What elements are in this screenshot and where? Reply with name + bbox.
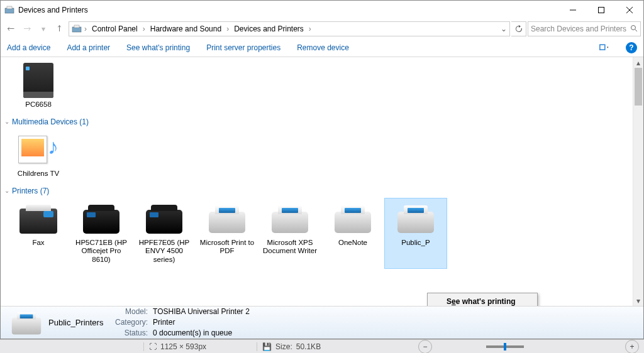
- computer-icon: [23, 63, 53, 98]
- printer-icon: [335, 212, 371, 233]
- chevron-down-icon: ⌄: [4, 187, 9, 194]
- svg-rect-11: [601, 45, 604, 49]
- printer-label: HPFE7E05 (HP ENVY 4500 series): [135, 239, 194, 264]
- view-options-button[interactable]: [599, 43, 609, 53]
- minimize-button[interactable]: [558, 1, 587, 19]
- window: Devices and Printers 🡐 🡒 ▾ 🡑 › Control P…: [0, 0, 644, 339]
- breadcrumb-segment[interactable]: Devices and Printers: [231, 23, 306, 35]
- up-button[interactable]: 🡑: [52, 21, 67, 36]
- chevron-right-icon[interactable]: ›: [226, 24, 229, 33]
- chevron-right-icon[interactable]: ›: [309, 24, 311, 33]
- help-button[interactable]: ?: [626, 42, 637, 53]
- printer-item[interactable]: HP5C71EB (HP Officejet Pro 8610): [70, 198, 133, 269]
- printer-item[interactable]: HPFE7E05 (HP ENVY 4500 series): [133, 198, 196, 269]
- scroll-down-button[interactable]: ▾: [633, 295, 644, 306]
- context-menu: See what's printing Set as default print…: [427, 293, 538, 306]
- group-header-multimedia[interactable]: ⌄ Multimedia Devices (1): [4, 117, 626, 126]
- printer-icon: [397, 212, 434, 233]
- media-device-icon: ♪: [18, 132, 58, 167]
- printer-icon: [272, 212, 308, 233]
- printer-item[interactable]: Microsoft Print to PDF: [196, 198, 258, 269]
- breadcrumb-segment[interactable]: Control Panel: [89, 23, 140, 35]
- back-button[interactable]: 🡐: [3, 21, 18, 36]
- printer-icon: [83, 210, 119, 234]
- remove-device-button[interactable]: Remove device: [297, 43, 349, 52]
- details-printer-icon: [8, 312, 40, 334]
- add-printer-button[interactable]: Add a printer: [67, 43, 110, 52]
- address-bar: 🡐 🡒 ▾ 🡑 › Control Panel › Hardware and S…: [1, 19, 643, 38]
- svg-rect-7: [74, 25, 79, 28]
- content-area: PC6658 ⌄ Multimedia Devices (1) ♪ Childr…: [1, 57, 643, 306]
- scrollbar-track[interactable]: [633, 68, 643, 295]
- disk-icon: 💾: [262, 342, 272, 351]
- close-button[interactable]: [615, 1, 643, 19]
- devices-printers-icon: [4, 5, 14, 15]
- svg-rect-1: [7, 6, 12, 9]
- recent-locations-button[interactable]: ▾: [36, 21, 51, 36]
- details-status: 0 document(s) in queue: [153, 329, 253, 338]
- printer-icon: [146, 210, 182, 234]
- zoom-in-button[interactable]: +: [625, 340, 639, 354]
- zoom-out-button[interactable]: −: [418, 340, 432, 354]
- device-label: PC6658: [9, 100, 68, 109]
- add-device-button[interactable]: Add a device: [7, 43, 50, 52]
- ctx-see-whats-printing[interactable]: See what's printing: [428, 295, 537, 306]
- group-header-printers[interactable]: ⌄ Printers (7): [4, 187, 626, 195]
- toolbar: Add a device Add a printer See what's pr…: [1, 38, 643, 57]
- details-table: Model:TOSHIBA Universal Printer 2 Catego…: [114, 306, 255, 339]
- printer-label: Microsoft Print to PDF: [197, 239, 257, 256]
- details-name: Public_Printers: [48, 318, 105, 327]
- search-box[interactable]: [528, 21, 641, 36]
- dimensions-icon: ⛶: [149, 342, 157, 351]
- taskbar-size: 💾Size: 50.1KB: [257, 342, 321, 351]
- details-category: Printer: [153, 318, 253, 327]
- svg-rect-3: [598, 8, 604, 13]
- window-title: Devices and Printers: [18, 6, 558, 14]
- printer-item[interactable]: OneNote: [321, 198, 384, 269]
- scroll-up-button[interactable]: ▴: [633, 57, 644, 68]
- details-pane: Public_Printers Model:TOSHIBA Universal …: [1, 306, 643, 339]
- printer-item[interactable]: Microsoft XPS Document Writer: [258, 198, 321, 269]
- breadcrumb[interactable]: › Control Panel › Hardware and Sound › D…: [69, 21, 510, 36]
- forward-button[interactable]: 🡒: [19, 21, 35, 36]
- printer-label: Microsoft XPS Document Writer: [260, 239, 319, 256]
- device-item[interactable]: ♪ Childrens TV: [7, 129, 70, 183]
- taskbar-dimensions: ⛶1125 × 593px: [143, 342, 206, 351]
- printer-label: Public_P: [386, 239, 445, 247]
- title-bar: Devices and Printers: [1, 1, 643, 19]
- vertical-scrollbar[interactable]: ▴ ▾: [633, 57, 643, 306]
- chevron-down-icon: ⌄: [4, 118, 9, 125]
- devices-printers-icon: [72, 24, 82, 34]
- refresh-button[interactable]: [511, 21, 526, 36]
- see-whats-printing-button[interactable]: See what's printing: [126, 43, 190, 52]
- search-input[interactable]: [531, 24, 628, 33]
- printer-label: HP5C71EB (HP Officejet Pro 8610): [72, 239, 131, 264]
- chevron-right-icon[interactable]: ›: [143, 24, 145, 33]
- maximize-button[interactable]: [587, 1, 615, 19]
- printer-item-selected[interactable]: Public_P: [384, 198, 447, 269]
- printer-label: Fax: [9, 239, 68, 247]
- details-model: TOSHIBA Universal Printer 2: [153, 307, 253, 317]
- printer-icon: [209, 212, 245, 233]
- printer-item-fax[interactable]: Fax: [7, 198, 70, 269]
- scrollbar-thumb[interactable]: [635, 68, 642, 106]
- printer-label: OneNote: [323, 239, 382, 247]
- chevron-right-icon[interactable]: ›: [84, 24, 87, 33]
- svg-line-9: [635, 30, 637, 31]
- fax-icon: [19, 209, 57, 234]
- history-dropdown-icon[interactable]: ⌄: [501, 24, 507, 33]
- device-label: Childrens TV: [9, 170, 68, 178]
- svg-point-8: [631, 25, 636, 30]
- host-taskbar: ⛶1125 × 593px 💾Size: 50.1KB − +: [0, 339, 644, 353]
- breadcrumb-segment[interactable]: Hardware and Sound: [148, 23, 224, 35]
- device-item[interactable]: PC6658: [7, 60, 70, 114]
- search-icon[interactable]: [630, 24, 638, 34]
- print-server-properties-button[interactable]: Print server properties: [206, 43, 280, 52]
